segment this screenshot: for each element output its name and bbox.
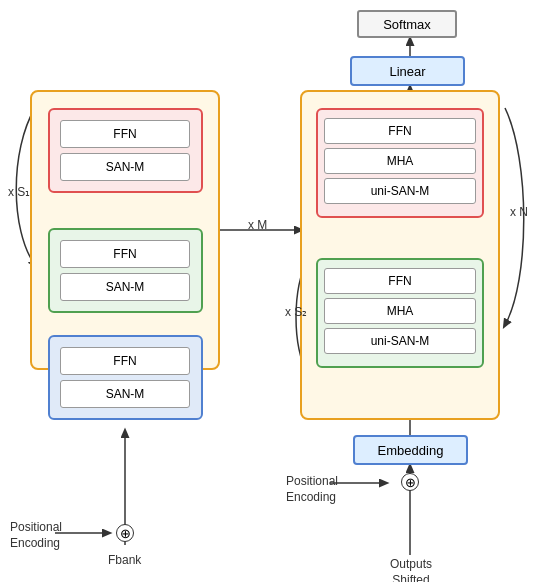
encoder-plus-circle: ⊕ <box>116 524 134 542</box>
repeat-s1-label: x S₁ <box>8 185 30 199</box>
encoder-positional-encoding-label: PositionalEncoding <box>10 520 62 551</box>
decoder-top-usan: uni-SAN-M <box>324 178 476 204</box>
decoder-plus-circle: ⊕ <box>401 473 419 491</box>
encoder-top-san: SAN-M <box>60 153 190 181</box>
decoder-positional-encoding-label: PositionalEncoding <box>286 474 338 505</box>
embedding-box: Embedding <box>353 435 468 465</box>
encoder-bottom-san: SAN-M <box>60 273 190 301</box>
repeat-s2-label: x S₂ <box>285 305 307 319</box>
decoder-bottom-mha: MHA <box>324 298 476 324</box>
softmax-label: Softmax <box>383 17 431 32</box>
encoder-blue-san: SAN-M <box>60 380 190 408</box>
decoder-top-ffn: FFN <box>324 118 476 144</box>
fbank-label: Fbank <box>108 553 141 567</box>
encoder-bottom-ffn: FFN <box>60 240 190 268</box>
encoder-top-ffn: FFN <box>60 120 190 148</box>
softmax-box: Softmax <box>357 10 457 38</box>
decoder-bottom-usan: uni-SAN-M <box>324 328 476 354</box>
linear-box: Linear <box>350 56 465 86</box>
decoder-bottom-ffn: FFN <box>324 268 476 294</box>
diagram: Softmax Linear FFN SAN-M FFN SAN-M FFN S… <box>0 0 550 582</box>
linear-label: Linear <box>389 64 425 79</box>
embedding-label: Embedding <box>378 443 444 458</box>
repeat-n-label: x N <box>510 205 528 219</box>
decoder-top-mha: MHA <box>324 148 476 174</box>
outputs-label: OutputsShifted <box>390 557 432 582</box>
repeat-m-label: x M <box>248 218 267 232</box>
encoder-blue-ffn: FFN <box>60 347 190 375</box>
